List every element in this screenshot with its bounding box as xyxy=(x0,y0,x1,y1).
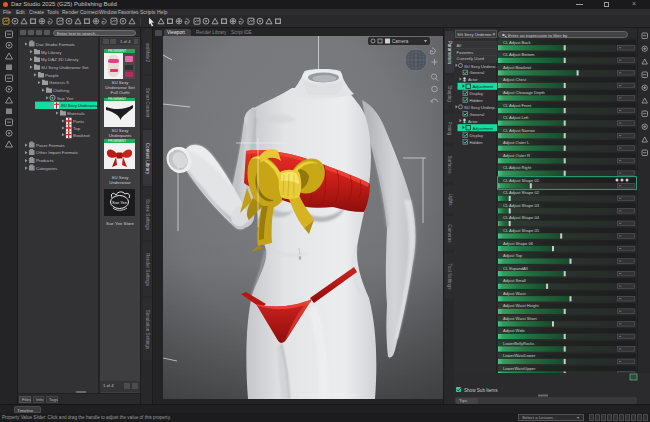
svg-text:CL Adjust Narrow: CL Adjust Narrow xyxy=(503,128,535,133)
svg-text:SU Sexy Underwear Set: SU Sexy Underwear Set xyxy=(61,103,98,108)
svg-text:Adjust Waist Height: Adjust Waist Height xyxy=(503,303,539,308)
svg-text:General: General xyxy=(470,112,485,117)
svg-text:Actor: Actor xyxy=(468,77,478,82)
svg-text:Adjust Bowknot: Adjust Bowknot xyxy=(503,65,532,70)
svg-text:Materials: Materials xyxy=(67,111,86,116)
svg-text:Display: Display xyxy=(470,133,484,138)
svg-text:Products: Products xyxy=(36,158,54,163)
svg-text:Camera: Camera xyxy=(392,39,409,44)
svg-text:CL Adjust Bottom: CL Adjust Bottom xyxy=(503,52,535,57)
svg-text:Adjust Chest: Adjust Chest xyxy=(503,77,527,82)
svg-text:Actor: Actor xyxy=(468,119,478,124)
svg-text:Adjust Outer R: Adjust Outer R xyxy=(503,153,530,158)
svg-text:LowerWaistLower: LowerWaistLower xyxy=(503,353,536,358)
svg-text:Currently Used: Currently Used xyxy=(457,56,485,61)
svg-text:Top: Top xyxy=(73,126,81,131)
svg-text:Other Import Formats: Other Import Formats xyxy=(36,150,79,155)
svg-text:My Library: My Library xyxy=(41,50,62,55)
svg-text:Hidden: Hidden xyxy=(470,98,484,103)
svg-text:SU Sexy Underwear Set: SU Sexy Underwear Set xyxy=(41,65,89,70)
svg-text:Sue Yee: Sue Yee xyxy=(57,96,74,101)
svg-text:Adjustment: Adjustment xyxy=(473,84,494,89)
svg-text:Adjust Waist: Adjust Waist xyxy=(503,291,526,296)
svg-text:People: People xyxy=(45,73,59,78)
svg-text:Adjustment: Adjustment xyxy=(473,126,494,131)
svg-text:All: All xyxy=(457,43,462,48)
svg-text:CL Adjust Shape 02: CL Adjust Shape 02 xyxy=(503,190,540,195)
svg-text:Poser Formats: Poser Formats xyxy=(36,143,66,148)
svg-text:CL ExpandAll: CL ExpandAll xyxy=(503,266,528,271)
svg-text:Adjust Shape 06: Adjust Shape 06 xyxy=(503,241,534,246)
svg-text:CL Adjust Left: CL Adjust Left xyxy=(503,115,529,120)
svg-text:Clothing: Clothing xyxy=(53,88,70,93)
svg-text:CL Adjust Shape 03: CL Adjust Shape 03 xyxy=(503,203,540,208)
svg-text:Daz Studio Formats: Daz Studio Formats xyxy=(36,42,76,47)
svg-text:CL Adjust Shape 04: CL Adjust Shape 04 xyxy=(503,215,540,220)
svg-text:CL Adjust Right: CL Adjust Right xyxy=(503,165,532,170)
svg-text:Sue Yee: Sue Yee xyxy=(112,200,128,205)
svg-text:General: General xyxy=(470,70,485,75)
svg-text:LowerBellyRocks: LowerBellyRocks xyxy=(503,341,534,346)
svg-text:Categories: Categories xyxy=(36,166,58,171)
svg-text:Genesis 9: Genesis 9 xyxy=(49,80,69,85)
svg-text:CL Adjust Front: CL Adjust Front xyxy=(503,103,532,108)
svg-text:Display: Display xyxy=(470,91,484,96)
svg-text:SU Sexy Underw..: SU Sexy Underw.. xyxy=(464,64,497,69)
svg-text:CL Adjust Back: CL Adjust Back xyxy=(503,40,532,45)
svg-text:SU Sexy Underp..: SU Sexy Underp.. xyxy=(464,105,497,110)
svg-text:CL Adjust Shape 05: CL Adjust Shape 05 xyxy=(503,228,540,233)
svg-text:Adjust Top: Adjust Top xyxy=(503,253,523,258)
svg-text:Bowknot: Bowknot xyxy=(73,133,91,138)
svg-text:Hidden: Hidden xyxy=(470,140,484,145)
svg-text:Adjust Cleavage Depth: Adjust Cleavage Depth xyxy=(503,90,546,95)
svg-text:Adjust Wide: Adjust Wide xyxy=(503,328,526,333)
svg-text:LowerWaistUpper: LowerWaistUpper xyxy=(503,366,536,371)
svg-text:Adjust Small: Adjust Small xyxy=(503,278,526,283)
svg-text:Show Sub Items: Show Sub Items xyxy=(464,388,498,393)
svg-text:Adjust Outer L: Adjust Outer L xyxy=(503,140,530,145)
svg-text:Adjust Waist Short: Adjust Waist Short xyxy=(503,316,537,321)
svg-text:CL Adjust Shape 01: CL Adjust Shape 01 xyxy=(503,178,540,183)
svg-text:My DAZ 3D Library: My DAZ 3D Library xyxy=(41,57,79,62)
svg-text:Pants: Pants xyxy=(73,119,85,124)
svg-text:Favorites: Favorites xyxy=(457,50,474,55)
